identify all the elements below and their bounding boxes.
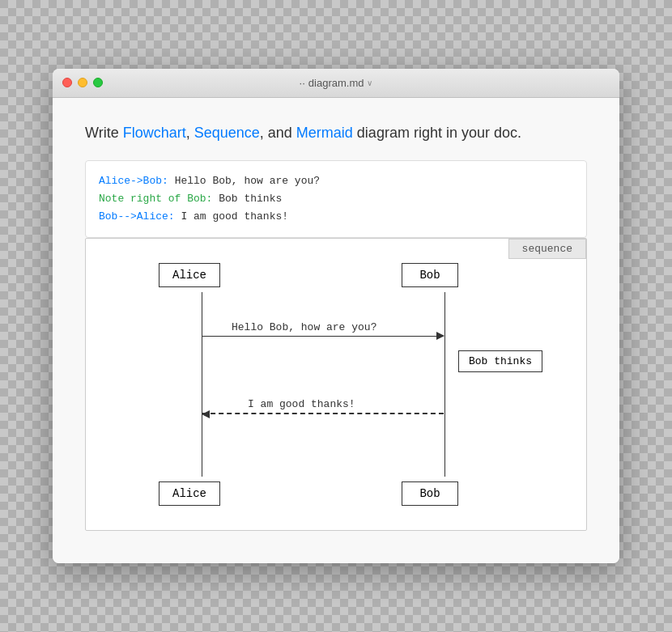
code-line-2: Note right of Bob: Bob thinks bbox=[99, 190, 573, 208]
mermaid-link[interactable]: Mermaid bbox=[296, 125, 353, 141]
diagram-container: sequence Alice Bob Hello Bob, how are yo… bbox=[85, 238, 587, 531]
traffic-lights bbox=[62, 78, 103, 87]
arrow-hello-label: Hello Bob, how are you? bbox=[232, 321, 376, 333]
code-keyword-1: Alice->Bob: bbox=[99, 175, 168, 187]
titlebar: ·· diagram.md ∨ bbox=[53, 69, 619, 98]
participant-bob-bottom: Bob bbox=[402, 481, 458, 506]
participant-alice-bottom: Alice bbox=[159, 481, 220, 506]
code-text-3: I am good thanks! bbox=[175, 210, 288, 223]
intro-suffix: diagram right in your doc. bbox=[353, 125, 521, 141]
code-keyword-2: Note right of Bob: bbox=[99, 193, 212, 205]
participant-bob-top: Bob bbox=[402, 263, 458, 287]
code-text-1: Hello Bob, how are you? bbox=[168, 175, 320, 187]
code-block: Alice->Bob: Hello Bob, how are you? Note… bbox=[85, 160, 587, 238]
code-text-2: Bob thinks bbox=[212, 193, 282, 205]
participant-alice-top: Alice bbox=[159, 263, 220, 287]
sequence-badge: sequence bbox=[508, 239, 586, 259]
title-icon: ·· bbox=[300, 77, 305, 89]
code-keyword-3: Bob-->Alice: bbox=[99, 210, 175, 223]
chevron-down-icon: ∨ bbox=[367, 78, 372, 87]
lifeline-bob bbox=[444, 292, 445, 477]
close-button[interactable] bbox=[62, 78, 72, 87]
note-bob-thinks: Bob thinks bbox=[458, 350, 542, 372]
intro-prefix: Write bbox=[85, 125, 123, 141]
sequence-diagram: Alice Bob Hello Bob, how are you? Bob th… bbox=[110, 263, 562, 506]
lifeline-alice bbox=[202, 292, 202, 477]
code-line-1: Alice->Bob: Hello Bob, how are you? bbox=[99, 172, 573, 190]
arrow-hello bbox=[202, 336, 444, 337]
window-content: Write Flowchart, Sequence, and Mermaid d… bbox=[53, 98, 619, 563]
arrow-reply bbox=[202, 413, 444, 414]
intro-sep2: , and bbox=[260, 125, 296, 141]
sequence-link[interactable]: Sequence bbox=[194, 125, 260, 141]
code-line-3: Bob-->Alice: I am good thanks! bbox=[99, 208, 573, 226]
arrow-reply-label: I am good thanks! bbox=[248, 398, 355, 410]
flowchart-link[interactable]: Flowchart bbox=[123, 125, 186, 141]
intro-paragraph: Write Flowchart, Sequence, and Mermaid d… bbox=[85, 122, 587, 144]
app-window: ·· diagram.md ∨ Write Flowchart, Sequenc… bbox=[53, 69, 619, 563]
maximize-button[interactable] bbox=[93, 78, 103, 87]
title-text: diagram.md bbox=[308, 77, 364, 89]
window-title: ·· diagram.md ∨ bbox=[300, 77, 373, 89]
intro-sep1: , bbox=[186, 125, 194, 141]
minimize-button[interactable] bbox=[78, 78, 87, 87]
